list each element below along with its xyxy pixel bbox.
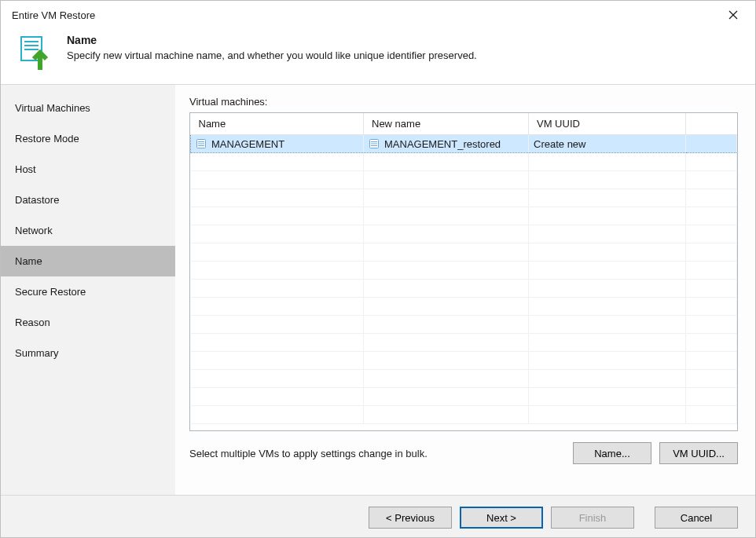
cancel-button[interactable]: Cancel (655, 507, 738, 529)
step-description: Specify new virtual machine name, and wh… (67, 49, 477, 61)
table-row-empty (191, 298, 737, 316)
table-row-empty (191, 262, 737, 280)
wizard-footer: < Previous Next > Finish Cancel (1, 496, 755, 538)
table-row-empty (191, 352, 737, 370)
previous-button[interactable]: < Previous (369, 507, 452, 529)
table-row-empty (191, 316, 737, 334)
sidebar-item-secure-restore[interactable]: Secure Restore (1, 276, 175, 307)
sidebar-item-name[interactable]: Name (1, 246, 175, 276)
window-title: Entire VM Restore (12, 9, 95, 21)
vm-table[interactable]: Name New name VM UUID MANAGEMENT (189, 112, 738, 431)
cell-uuid: Create new (529, 135, 686, 153)
table-row-empty (191, 243, 737, 262)
vm-icon (369, 138, 380, 149)
vm-icon (196, 138, 207, 149)
helper-row: Select multiple VMs to apply settings ch… (189, 442, 738, 464)
table-row-empty (191, 370, 737, 388)
col-spacer (686, 113, 737, 135)
table-row-empty (191, 280, 737, 298)
sidebar-item-virtual-machines[interactable]: Virtual Machines (1, 93, 175, 123)
sidebar-item-host[interactable]: Host (1, 154, 175, 185)
sidebar-item-reason[interactable]: Reason (1, 307, 175, 338)
col-name[interactable]: Name (191, 113, 364, 135)
bulk-hint: Select multiple VMs to apply settings ch… (189, 448, 565, 459)
close-icon (728, 10, 738, 20)
table-row-empty (191, 388, 737, 406)
cell-name: MANAGEMENT (211, 138, 284, 150)
table-row[interactable]: MANAGEMENT MANAGEMENT_restored Create ne… (191, 135, 737, 153)
restore-icon (17, 34, 54, 71)
main-panel: Virtual machines: Name New name VM UUID (175, 85, 755, 495)
wizard-body: Virtual Machines Restore Mode Host Datas… (1, 84, 755, 496)
col-vm-uuid[interactable]: VM UUID (529, 113, 686, 135)
vm-list-label: Virtual machines: (189, 96, 738, 108)
table-row-empty (191, 171, 737, 189)
sidebar-item-network[interactable]: Network (1, 215, 175, 246)
wizard-header: Name Specify new virtual machine name, a… (1, 29, 755, 84)
col-new-name[interactable]: New name (364, 113, 529, 135)
step-sidebar: Virtual Machines Restore Mode Host Datas… (1, 85, 175, 495)
table-row-empty (191, 406, 737, 424)
close-button[interactable] (717, 4, 749, 26)
sidebar-item-summary[interactable]: Summary (1, 338, 175, 368)
table-row-empty (191, 189, 737, 207)
cell-new-name: MANAGEMENT_restored (384, 138, 501, 150)
finish-button: Finish (551, 507, 634, 529)
titlebar: Entire VM Restore (1, 1, 755, 29)
sidebar-item-restore-mode[interactable]: Restore Mode (1, 123, 175, 154)
sidebar-item-datastore[interactable]: Datastore (1, 185, 175, 215)
vm-uuid-button[interactable]: VM UUID... (659, 442, 738, 464)
table-row-empty (191, 225, 737, 243)
step-title: Name (67, 34, 477, 46)
table-row-empty (191, 207, 737, 225)
name-button[interactable]: Name... (573, 442, 651, 464)
table-row-empty (191, 334, 737, 352)
table-header-row: Name New name VM UUID (191, 113, 737, 135)
table-row-empty (191, 153, 737, 171)
next-button[interactable]: Next > (460, 507, 543, 529)
